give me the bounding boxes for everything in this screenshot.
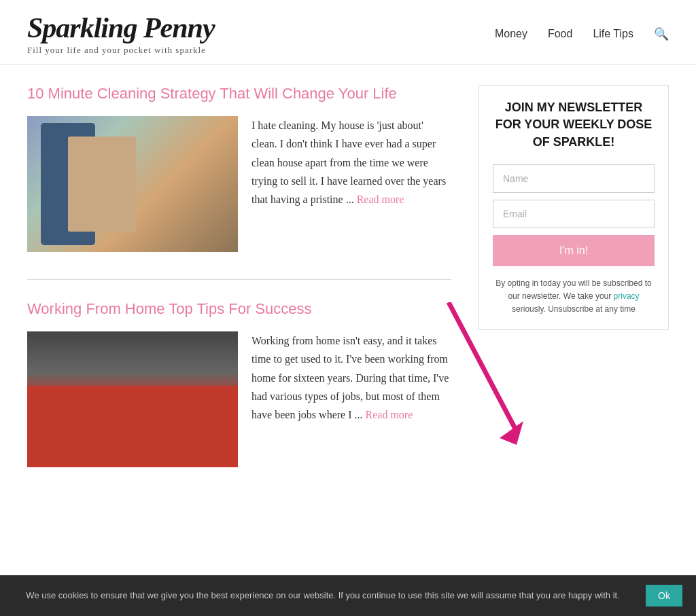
- article-2-body: Working from home isn't easy, and it tak…: [27, 331, 451, 467]
- main-nav: Money Food Life Tips 🔍: [495, 26, 669, 41]
- article-1-image: [27, 116, 238, 252]
- article-1-excerpt: I hate cleaning. My house is 'just about…: [251, 116, 451, 209]
- logo-tagline: Fill your life and your pocket with spar…: [27, 45, 215, 56]
- article-1-title: 10 Minute Cleaning Strategy That Will Ch…: [27, 85, 451, 103]
- article-2-image: [27, 331, 238, 467]
- newsletter-disclaimer: By opting in today you will be subscribe…: [493, 277, 655, 316]
- newsletter-box: JOIN MY NEWSLETTER FOR YOUR WEEKLY DOSE …: [478, 85, 669, 330]
- email-input[interactable]: [493, 200, 655, 228]
- site-header: Sparkling Penny Fill your life and your …: [0, 0, 696, 65]
- content-area: 10 Minute Cleaning Strategy That Will Ch…: [27, 85, 451, 494]
- article-divider: [27, 279, 451, 280]
- article-1-body: I hate cleaning. My house is 'just about…: [27, 116, 451, 252]
- nav-food[interactable]: Food: [548, 28, 572, 40]
- nav-money[interactable]: Money: [495, 28, 527, 40]
- newsletter-title: JOIN MY NEWSLETTER FOR YOUR WEEKLY DOSE …: [493, 99, 655, 151]
- name-input[interactable]: [493, 164, 655, 193]
- site-logo: Sparkling Penny: [27, 12, 215, 43]
- logo-area: Sparkling Penny Fill your life and your …: [27, 12, 215, 56]
- search-icon[interactable]: 🔍: [654, 26, 669, 41]
- article-1: 10 Minute Cleaning Strategy That Will Ch…: [27, 85, 451, 252]
- main-wrapper: 10 Minute Cleaning Strategy That Will Ch…: [0, 65, 696, 515]
- nav-life-tips[interactable]: Life Tips: [593, 28, 633, 40]
- article-2-excerpt: Working from home isn't easy, and it tak…: [251, 331, 451, 424]
- article-1-read-more[interactable]: Read more: [357, 194, 404, 205]
- article-2: Working From Home Top Tips For Success W…: [27, 300, 451, 467]
- sidebar: JOIN MY NEWSLETTER FOR YOUR WEEKLY DOSE …: [478, 85, 669, 494]
- newsletter-submit-button[interactable]: I'm in!: [493, 235, 655, 266]
- article-2-title: Working From Home Top Tips For Success: [27, 300, 451, 318]
- article-2-read-more[interactable]: Read more: [366, 409, 413, 420]
- privacy-link[interactable]: privacy: [614, 291, 640, 301]
